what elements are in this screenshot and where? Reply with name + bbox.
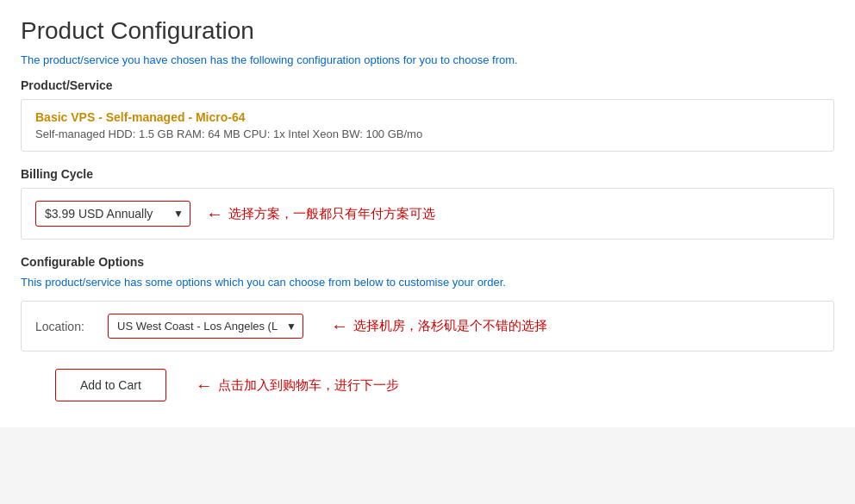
add-to-cart-annotation-text: 点击加入到购物车，进行下一步 [218, 377, 399, 394]
location-row: Location: US West Coast - Los Angeles (L… [35, 314, 820, 339]
billing-arrow-icon: ← [206, 204, 223, 224]
add-to-cart-annotation: ← 点击加入到购物车，进行下一步 [196, 376, 399, 395]
location-annotation-text: 选择机房，洛杉矶是个不错的选择 [353, 318, 547, 334]
product-name: Basic VPS - Self-managed - Micro-64 [35, 110, 820, 124]
add-to-cart-arrow-icon: ← [196, 376, 213, 395]
billing-section-label: Billing Cycle [21, 167, 834, 181]
billing-select[interactable]: $3.99 USD Annually [35, 201, 190, 227]
location-label: Location: [35, 320, 96, 333]
page-title: Product Configuration [21, 17, 834, 45]
add-to-cart-row: Add to Cart ← 点击加入到购物车，进行下一步 [55, 369, 834, 401]
product-box: Basic VPS - Self-managed - Micro-64 Self… [21, 99, 834, 152]
info-text: The product/service you have chosen has … [21, 53, 834, 66]
configurable-box: Location: US West Coast - Los Angeles (L… [21, 301, 834, 352]
product-desc: Self-managed HDD: 1.5 GB RAM: 64 MB CPU:… [35, 128, 820, 140]
product-section-label: Product/Service [21, 78, 834, 92]
configurable-section-label: Configurable Options [21, 255, 834, 269]
billing-select-wrapper: $3.99 USD Annually ▼ [35, 201, 190, 227]
billing-section: Billing Cycle $3.99 USD Annually ▼ ← 选择方… [21, 167, 834, 240]
location-arrow-icon: ← [331, 316, 348, 336]
configurable-section: Configurable Options This product/servic… [21, 255, 834, 352]
configurable-info: This product/service has some options wh… [21, 276, 834, 289]
location-annotation: ← 选择机房，洛杉矶是个不错的选择 [331, 316, 547, 336]
location-select-wrapper: US West Coast - Los Angeles (L US East C… [108, 314, 303, 339]
billing-annotation: ← 选择方案，一般都只有年付方案可选 [206, 204, 435, 224]
add-to-cart-button[interactable]: Add to Cart [55, 369, 166, 401]
billing-annotation-text: 选择方案，一般都只有年付方案可选 [228, 206, 435, 222]
billing-box: $3.99 USD Annually ▼ ← 选择方案，一般都只有年付方案可选 [21, 188, 834, 240]
location-select[interactable]: US West Coast - Los Angeles (L US East C… [108, 314, 303, 339]
